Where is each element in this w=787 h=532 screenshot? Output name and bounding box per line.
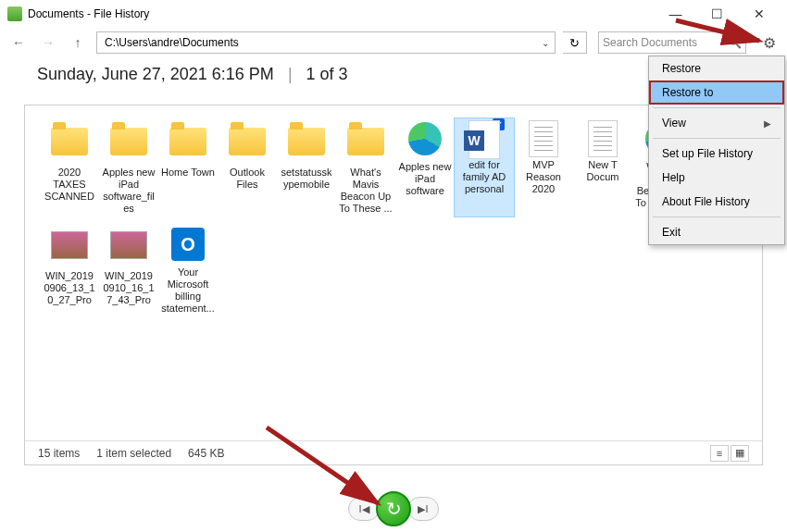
settings-context-menu: Restore Restore to View ▶ Set up File Hi… — [648, 56, 785, 245]
close-button[interactable]: ✕ — [738, 1, 780, 27]
file-label: Apples new iPad software — [397, 161, 453, 197]
file-item[interactable]: ✓edit for family AD personal — [455, 118, 514, 217]
doc-icon — [525, 120, 562, 157]
menu-view[interactable]: View ▶ — [649, 111, 784, 135]
window-title: Documents - File History — [28, 7, 149, 20]
next-version-button[interactable]: ▶I — [407, 497, 439, 521]
doc-icon — [584, 120, 621, 157]
file-label: setstatussk ypemobile — [279, 167, 334, 191]
file-item[interactable]: Outlook Files — [218, 118, 277, 217]
file-item[interactable]: 2020 TAXES SCANNED — [40, 118, 99, 217]
edge-icon — [406, 122, 443, 159]
menu-restore-to[interactable]: Restore to — [649, 80, 784, 105]
restore-button[interactable]: ↻ — [376, 491, 411, 526]
details-view-button[interactable]: ≡ — [710, 445, 729, 462]
menu-restore[interactable]: Restore — [649, 56, 784, 80]
file-label: 2020 TAXES SCANNED — [42, 167, 97, 203]
file-item[interactable]: Apples new iPad software_fil es — [99, 118, 158, 217]
folder-icon — [288, 128, 325, 165]
file-item[interactable]: MVP Reason 2020 — [514, 118, 573, 217]
file-label: Your Microsoft billing statement... — [160, 266, 216, 315]
file-item[interactable]: setstatussk ypemobile — [277, 118, 336, 217]
nav-bar: ← → ↑ ⌄ ↻ Search Documents 🔍 ⚙ — [0, 28, 787, 57]
status-selected: 1 item selected — [96, 447, 171, 460]
settings-gear-icon[interactable]: ⚙ — [759, 32, 780, 53]
up-button[interactable]: ↑ — [67, 31, 89, 54]
thumb-icon — [110, 231, 147, 268]
path-dropdown-icon[interactable]: ⌄ — [542, 38, 549, 48]
file-item[interactable]: New T Docum — [573, 118, 632, 217]
restore-controls: I◀ ↻ ▶I — [348, 491, 439, 526]
file-item[interactable]: What's Mavis Beacon Up To These ... — [336, 118, 395, 217]
path-input[interactable] — [103, 35, 538, 50]
search-icon: 🔍 — [728, 36, 742, 49]
icons-view-button[interactable]: ▦ — [731, 445, 749, 462]
word-icon — [466, 120, 503, 157]
refresh-button[interactable]: ↻ — [563, 31, 587, 54]
snapshot-index: 1 of 3 — [306, 65, 348, 83]
submenu-arrow-icon: ▶ — [764, 118, 771, 129]
folder-icon — [169, 128, 206, 165]
folder-icon — [51, 128, 88, 165]
outlook-icon: O — [169, 228, 206, 265]
file-item[interactable]: Home Town — [158, 118, 218, 217]
minimize-button[interactable]: — — [655, 1, 696, 27]
file-item[interactable]: Apples new iPad software — [395, 118, 455, 217]
thumb-icon — [51, 231, 88, 268]
file-label: Outlook Files — [219, 167, 275, 191]
file-label: New T Docum — [575, 159, 631, 183]
menu-about[interactable]: About File History — [649, 190, 784, 214]
folder-icon — [347, 128, 384, 165]
menu-help[interactable]: Help — [649, 166, 784, 190]
previous-version-button[interactable]: I◀ — [348, 497, 380, 521]
menu-view-label: View — [662, 117, 686, 130]
status-bar: 15 items 1 item selected 645 KB ≡ ▦ — [25, 440, 762, 464]
folder-icon — [110, 128, 147, 165]
app-icon — [7, 6, 22, 21]
file-label: edit for family AD personal — [456, 159, 512, 195]
file-label: What's Mavis Beacon Up To These ... — [338, 167, 394, 215]
title-bar: Documents - File History — ☐ ✕ — [0, 0, 787, 28]
file-item[interactable]: OYour Microsoft billing statement... — [158, 224, 218, 316]
maximize-button[interactable]: ☐ — [696, 1, 738, 27]
file-label: WIN_2019 0906_13_1 0_27_Pro — [42, 270, 97, 306]
status-count: 15 items — [38, 447, 80, 460]
file-label: Home Town — [160, 167, 216, 179]
status-size: 645 KB — [188, 447, 224, 460]
menu-setup[interactable]: Set up File History — [649, 142, 784, 166]
file-label: Apples new iPad software_fil es — [101, 167, 156, 215]
file-label: MVP Reason 2020 — [516, 159, 571, 195]
menu-exit[interactable]: Exit — [649, 220, 784, 244]
separator: | — [279, 65, 302, 83]
search-placeholder: Search Documents — [603, 36, 728, 49]
forward-button[interactable]: → — [37, 31, 59, 54]
file-item[interactable]: WIN_2019 0906_13_1 0_27_Pro — [40, 224, 99, 316]
back-button[interactable]: ← — [7, 31, 30, 54]
folder-icon — [229, 128, 266, 165]
file-label: WIN_2019 0910_16_1 7_43_Pro — [101, 270, 156, 306]
address-bar[interactable]: ⌄ — [96, 31, 556, 54]
search-input[interactable]: Search Documents 🔍 — [598, 31, 746, 54]
snapshot-datetime: Sunday, June 27, 2021 6:16 PM — [37, 65, 274, 83]
file-item[interactable]: WIN_2019 0910_16_1 7_43_Pro — [99, 224, 158, 316]
